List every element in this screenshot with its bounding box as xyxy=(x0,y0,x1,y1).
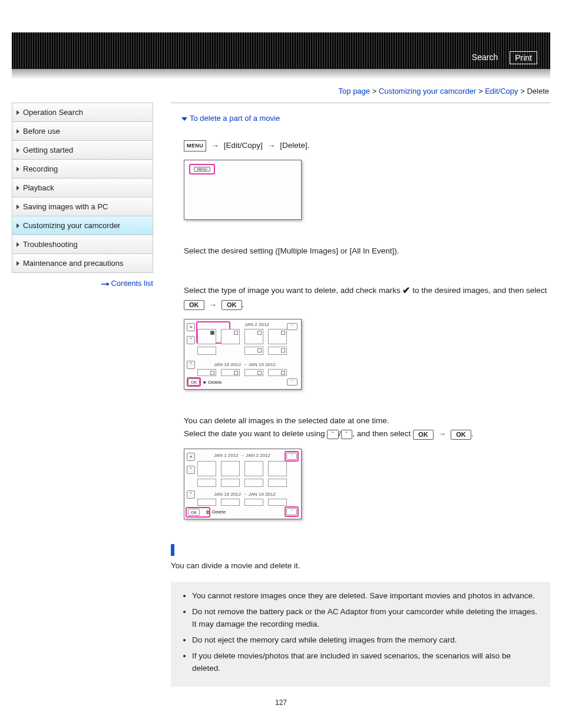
thumbnail xyxy=(197,461,216,476)
section-mark-icon xyxy=(171,544,174,556)
thumbnail xyxy=(221,499,240,506)
scroll-down-icon: ˇ xyxy=(341,430,353,439)
sidebar-item-playback[interactable]: Playback xyxy=(12,179,153,197)
step-text: Select the date you want to delete using… xyxy=(184,427,550,441)
sidebar-item-maintenance[interactable]: Maintenance and precautions xyxy=(12,254,153,272)
sidebar-item-customizing[interactable]: Customizing your camcorder xyxy=(12,216,153,235)
jump-link[interactable]: To delete a part of a movie xyxy=(181,114,550,123)
note-item: Do not eject the memory card while delet… xyxy=(192,634,540,647)
scroll-up-icon: ˆ xyxy=(286,453,297,460)
check-icon: ✔ xyxy=(402,283,410,298)
sidebar-item-label: Operation Search xyxy=(23,108,83,117)
sidebar-item-label: Before use xyxy=(23,127,60,136)
ok-button-icon: OK xyxy=(451,430,471,440)
lcd-date-label: JAN 18 2012 → JAN 19 2012 xyxy=(214,492,276,497)
sidebar-item-recording[interactable]: Recording xyxy=(12,160,153,179)
triangle-down-icon xyxy=(181,117,187,121)
up-icon: ˄ xyxy=(187,336,195,344)
sidebar-item-label: Saving images with a PC xyxy=(23,202,108,211)
breadcrumb-link[interactable]: Edit/Copy xyxy=(485,87,518,95)
sidebar-item-label: Playback xyxy=(23,183,54,192)
down-icon: ˅ xyxy=(187,361,195,369)
breadcrumb: Top page > Customizing your camcorder > … xyxy=(12,87,550,95)
thumbnail xyxy=(244,461,263,476)
lcd-illustration: × JAN 1 2012 → JAN 2 2012 ˆ ˄ xyxy=(184,449,302,519)
jump-link-label: To delete a part of a movie xyxy=(190,114,280,123)
contents-list-link[interactable]: Contents list xyxy=(111,279,153,288)
lcd-date-label: JAN 18 2012 → JAN 19 2012 xyxy=(214,362,276,367)
scroll-up-icon: ˆ xyxy=(327,430,339,439)
sidebar-item-label: Maintenance and precautions xyxy=(23,259,124,268)
thumbnail xyxy=(244,329,263,344)
lcd-illustration: × JAN 2 2012 ˆ ˄ xyxy=(184,319,302,390)
breadcrumb-link[interactable]: Customizing your camcorder xyxy=(379,87,476,95)
print-button[interactable]: Print xyxy=(510,51,537,64)
step-text: MENU [Edit/Copy] [Delete]. xyxy=(184,139,550,153)
sidebar-item-label: Recording xyxy=(23,164,58,173)
sidebar-item-operation-search[interactable]: Operation Search xyxy=(12,103,153,122)
divider xyxy=(171,103,550,103)
menu-button-icon: MENU xyxy=(184,140,206,151)
sidebar-item-label: Customizing your camcorder xyxy=(23,221,120,230)
search-button[interactable]: Search xyxy=(467,51,503,64)
thumbnail xyxy=(221,369,240,376)
ok-button-icon: OK xyxy=(222,300,242,310)
step-text: Select the type of image you want to del… xyxy=(184,283,550,312)
arrow-right-icon xyxy=(211,139,219,153)
sidebar-item-getting-started[interactable]: Getting started xyxy=(12,141,153,160)
thumbnail xyxy=(197,479,216,487)
svg-marker-1 xyxy=(107,282,110,286)
breadcrumb-current: Delete xyxy=(527,87,549,95)
note-item: If you delete movies/photos that are inc… xyxy=(192,650,540,675)
thumbnail xyxy=(268,329,287,344)
highlight-menu: MENU xyxy=(189,164,215,174)
thumbnail xyxy=(268,479,287,487)
breadcrumb-link[interactable]: Top page xyxy=(339,87,371,95)
note-item: Do not remove the battery pack or the AC… xyxy=(192,606,540,631)
thumbnail xyxy=(197,347,216,355)
thumbnail xyxy=(244,347,263,355)
ok-button-icon: OK xyxy=(184,300,204,310)
step-text: You can delete all images in the selecte… xyxy=(184,414,550,427)
down-icon: ˅ xyxy=(187,490,195,499)
close-icon: × xyxy=(187,323,195,331)
scroll-down-icon: ˇ xyxy=(287,378,297,386)
thumbnail xyxy=(197,369,216,376)
scroll-up-icon: ˆ xyxy=(287,323,297,330)
arrow-right-icon xyxy=(209,298,217,312)
lcd-date-label: JAN 2 2012 xyxy=(244,322,269,327)
thumbnail xyxy=(244,369,263,376)
section-text: You can divide a movie and delete it. xyxy=(171,559,550,572)
sidebar-item-before-use[interactable]: Before use xyxy=(12,122,153,141)
sidebar-item-label: Getting started xyxy=(23,146,73,154)
thumbnail xyxy=(244,499,263,506)
thumbnail xyxy=(221,329,240,344)
thumbnail xyxy=(221,461,240,476)
sidebar-item-label: Troubleshooting xyxy=(23,240,78,249)
sidebar-item-saving-images[interactable]: Saving images with a PC xyxy=(12,197,153,216)
notes-box: You cannot restore images once they are … xyxy=(171,582,550,687)
ok-icon: OK xyxy=(188,378,200,386)
thumbnail xyxy=(268,461,287,476)
lcd-illustration: MENU xyxy=(184,160,302,220)
arrow-right-icon xyxy=(267,139,275,153)
top-banner: Search Print xyxy=(12,32,550,69)
ok-icon: OK xyxy=(188,509,200,516)
up-icon: ˄ xyxy=(187,466,195,474)
scroll-down-icon: ˇ xyxy=(286,508,297,515)
sidebar: Operation Search Before use Getting star… xyxy=(12,103,153,273)
thumbnail xyxy=(197,499,216,506)
thumbnail xyxy=(197,329,216,344)
step-text: Select the desired setting ([Multiple Im… xyxy=(184,245,550,258)
ok-button-icon: OK xyxy=(413,430,434,440)
thumbnail xyxy=(244,479,263,487)
lcd-foot-label: Delete xyxy=(212,509,226,515)
arrow-right-icon xyxy=(101,279,110,288)
close-icon: × xyxy=(187,453,195,461)
arrow-right-icon xyxy=(438,427,446,441)
sidebar-item-troubleshooting[interactable]: Troubleshooting xyxy=(12,235,153,254)
note-item: You cannot restore images once they are … xyxy=(192,590,540,602)
lcd-foot-label: Delete xyxy=(208,380,222,385)
thumbnail xyxy=(268,369,287,376)
thumbnail xyxy=(221,479,240,487)
